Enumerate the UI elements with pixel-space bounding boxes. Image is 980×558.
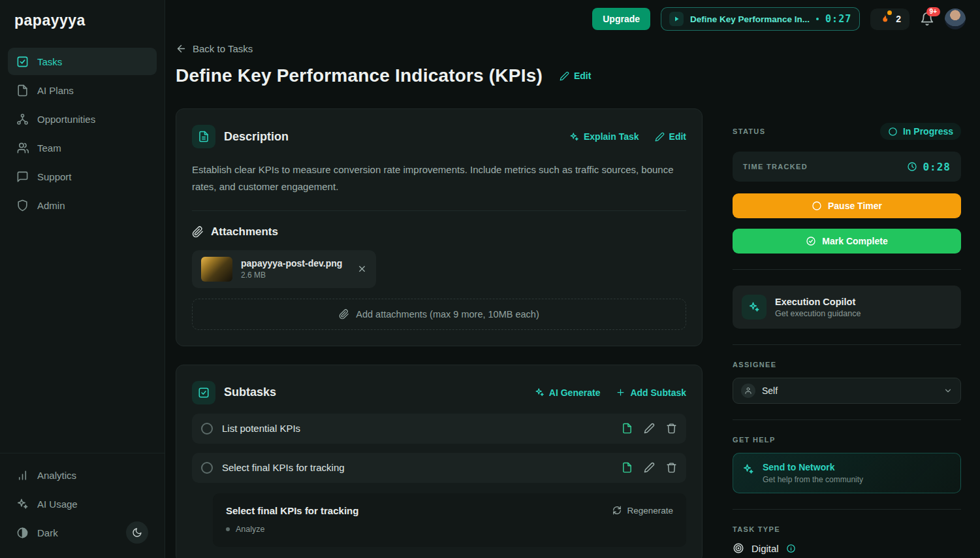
main-column: Upgrade Define Key Performance In... 0:2… bbox=[165, 0, 980, 558]
back-to-tasks-link[interactable]: Back to Tasks bbox=[176, 42, 253, 56]
subtask-checkbox[interactable] bbox=[201, 462, 213, 474]
sidebar-item-tasks[interactable]: Tasks bbox=[8, 48, 157, 75]
copilot-subtitle: Get execution guidance bbox=[775, 309, 861, 318]
task-type-value: Digital bbox=[751, 543, 779, 554]
sidebar-nav: Tasks AI Plans Opportunities Team Suppor… bbox=[0, 39, 165, 220]
document-icon bbox=[16, 84, 29, 97]
add-subtask-button[interactable]: Add Subtask bbox=[616, 387, 686, 398]
user-avatar[interactable] bbox=[945, 8, 966, 29]
sidebar-item-support[interactable]: Support bbox=[8, 163, 157, 190]
theme-toggle-button[interactable] bbox=[126, 521, 148, 544]
subtask-edit-button[interactable] bbox=[644, 462, 655, 473]
sparkles-icon bbox=[742, 463, 754, 484]
play-icon bbox=[669, 12, 684, 26]
subtask-checkbox[interactable] bbox=[201, 423, 213, 435]
task-type-label: TASK TYPE bbox=[733, 525, 961, 533]
pause-timer-button[interactable]: Pause Timer bbox=[733, 193, 961, 218]
explain-task-button[interactable]: Explain Task bbox=[569, 131, 639, 142]
plus-icon bbox=[616, 387, 625, 397]
assignee-select[interactable]: Self bbox=[733, 378, 961, 404]
remove-attachment-button[interactable] bbox=[357, 264, 367, 274]
subtask-row: List potential KPIs bbox=[192, 414, 686, 444]
subtask-notes-button[interactable] bbox=[622, 423, 633, 434]
pencil-icon bbox=[655, 132, 665, 142]
subtask-label: List potential KPIs bbox=[222, 423, 300, 434]
attachments-title: Attachments bbox=[211, 225, 278, 238]
info-icon[interactable] bbox=[786, 544, 796, 553]
status-badge: In Progress bbox=[880, 123, 961, 140]
sidebar-item-label: Opportunities bbox=[37, 114, 95, 125]
refresh-icon bbox=[612, 506, 622, 515]
edit-title-button[interactable]: Edit bbox=[560, 71, 591, 81]
timer-circle-icon bbox=[812, 201, 822, 211]
left-column: Description Explain Task Edit bbox=[176, 108, 703, 558]
sidebar-item-team[interactable]: Team bbox=[8, 134, 157, 161]
divider bbox=[733, 269, 961, 270]
back-label: Back to Tasks bbox=[193, 43, 253, 54]
add-attachments-dropzone[interactable]: Add attachments (max 9 more, 10MB each) bbox=[192, 299, 686, 330]
subtask-edit-button[interactable] bbox=[644, 423, 655, 434]
ai-generate-button[interactable]: AI Generate bbox=[535, 387, 601, 398]
regenerate-button[interactable]: Regenerate bbox=[612, 506, 673, 516]
sidebar-item-opportunities[interactable]: Opportunities bbox=[8, 105, 157, 133]
sidebar-footer: Analytics AI Usage Dark bbox=[0, 453, 165, 558]
step-bullet bbox=[226, 527, 230, 531]
sidebar-item-ai-usage[interactable]: AI Usage bbox=[8, 490, 157, 517]
subtask-notes-button[interactable] bbox=[622, 462, 633, 473]
sidebar-item-admin[interactable]: Admin bbox=[8, 191, 157, 219]
divider bbox=[733, 509, 961, 510]
upgrade-button[interactable]: Upgrade bbox=[592, 8, 650, 30]
streak-counter[interactable]: 2 bbox=[870, 8, 909, 30]
sidebar-item-theme: Dark bbox=[8, 519, 157, 546]
divider bbox=[733, 344, 961, 345]
mark-complete-button[interactable]: Mark Complete bbox=[733, 229, 961, 254]
send-to-network-card[interactable]: Send to Network Get help from the commun… bbox=[733, 453, 961, 493]
description-body: Establish clear KPIs to measure conversi… bbox=[192, 161, 686, 196]
sidebar-item-label: Support bbox=[37, 171, 72, 182]
subtasks-title: Subtasks bbox=[224, 386, 276, 399]
sidebar-item-analytics[interactable]: Analytics bbox=[8, 461, 157, 489]
description-icon bbox=[192, 125, 215, 148]
time-tracked-label: TIME TRACKED bbox=[743, 163, 808, 171]
sidebar-item-label: Admin bbox=[37, 200, 65, 211]
bar-chart-icon bbox=[16, 469, 29, 482]
notifications-button[interactable]: 9+ bbox=[920, 12, 934, 26]
active-task-timer-pill[interactable]: Define Key Performance In... 0:27 bbox=[661, 7, 860, 31]
network-subtitle: Get help from the community bbox=[763, 475, 863, 484]
status-label: STATUS bbox=[733, 127, 765, 135]
subtask-row: Select final KPIs for tracking bbox=[192, 453, 686, 483]
subtask-label: Select final KPIs for tracking bbox=[222, 462, 345, 473]
task-side-panel: STATUS In Progress TIME TRACKED 0:28 bbox=[733, 108, 961, 558]
edit-description-button[interactable]: Edit bbox=[655, 131, 686, 142]
sidebar-item-label: Tasks bbox=[37, 56, 62, 67]
tasks-icon bbox=[16, 56, 29, 68]
sparkles-icon bbox=[535, 387, 545, 397]
chat-icon bbox=[16, 171, 29, 183]
attachment-item: papayyya-post-dev.png 2.6 MB bbox=[192, 250, 376, 288]
target-icon bbox=[733, 542, 744, 554]
page-title: Define Key Performance Indicators (KPIs) bbox=[176, 65, 543, 86]
subtask-detail-title: Select final KPIs for tracking bbox=[226, 505, 358, 516]
sparkles-icon bbox=[742, 295, 767, 320]
clock-icon bbox=[907, 161, 917, 172]
divider bbox=[733, 419, 961, 420]
sidebar: papayyya Tasks AI Plans Opportunities Te… bbox=[0, 0, 165, 558]
sidebar-item-label: AI Plans bbox=[37, 85, 74, 96]
time-tracked-value: 0:28 bbox=[923, 161, 951, 173]
topbar: Upgrade Define Key Performance In... 0:2… bbox=[165, 0, 980, 38]
contrast-icon bbox=[16, 527, 29, 539]
attachment-size: 2.6 MB bbox=[241, 271, 342, 280]
step-label: Analyze bbox=[236, 525, 264, 534]
active-task-name: Define Key Performance In... bbox=[690, 14, 810, 24]
subtask-delete-button[interactable] bbox=[666, 462, 677, 473]
subtasks-card: Subtasks AI Generate Add Subtask bbox=[176, 365, 703, 558]
content-grid: Description Explain Task Edit bbox=[176, 108, 961, 558]
app-logo: papayyya bbox=[0, 0, 165, 39]
streak-count: 2 bbox=[896, 14, 901, 24]
chevron-down-icon bbox=[943, 386, 953, 395]
description-title: Description bbox=[224, 130, 289, 144]
subtask-delete-button[interactable] bbox=[666, 423, 677, 434]
sidebar-item-ai-plans[interactable]: AI Plans bbox=[8, 76, 157, 104]
get-help-label: GET HELP bbox=[733, 436, 961, 444]
execution-copilot-card[interactable]: Execution Copilot Get execution guidance bbox=[733, 286, 961, 329]
